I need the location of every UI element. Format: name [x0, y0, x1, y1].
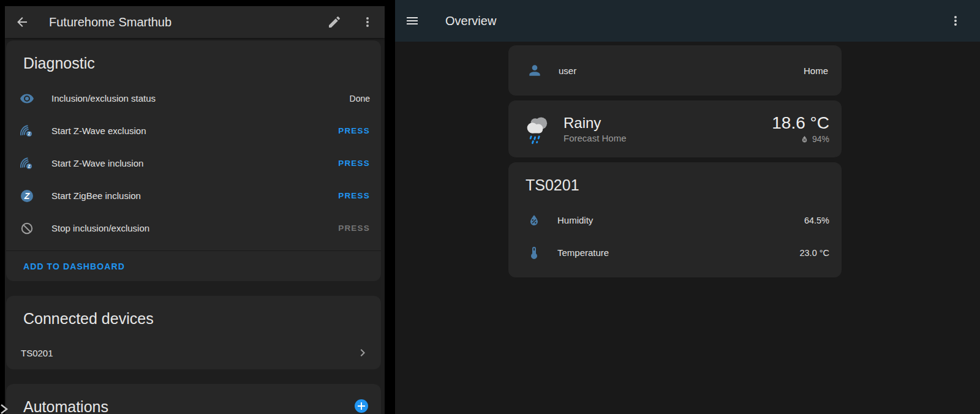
weather-temperature: 18.6 °C	[772, 114, 829, 132]
weather-entity-name: Forecast Home	[564, 133, 627, 143]
user-name: user	[559, 66, 576, 76]
overview-panel: Overview user Home	[395, 0, 980, 414]
connected-devices-title: Connected devices	[6, 296, 381, 337]
device-page-panel: Futurehome Smarthub Diagnostic Inclusion…	[5, 6, 385, 414]
page-title: Futurehome Smarthub	[49, 15, 172, 29]
row-label: Inclusion/exclusion status	[51, 93, 156, 104]
screen: Futurehome Smarthub Diagnostic Inclusion…	[0, 0, 980, 414]
temperature-row[interactable]: Temperature 23.0 °C	[508, 236, 842, 269]
user-state: Home	[804, 66, 828, 76]
row-value: 64.5%	[804, 216, 829, 225]
menu-icon[interactable]	[405, 13, 420, 28]
weather-humidity-row: 94%	[772, 134, 829, 144]
dashboard-title: Overview	[445, 14, 496, 28]
weather-values: 18.6 °C 94%	[772, 114, 829, 144]
connected-devices-card: Connected devices TS0201	[6, 296, 381, 369]
zigbee-icon: Z	[20, 189, 34, 203]
row-value: Done	[350, 94, 370, 104]
press-button-disabled: PRESS	[338, 224, 370, 233]
add-to-dashboard-button[interactable]: ADD TO DASHBOARD	[23, 262, 125, 271]
zwave-icon: Z	[20, 124, 34, 138]
row-label: Start Z-Wave inclusion	[51, 158, 143, 168]
row-label: Temperature	[557, 247, 609, 258]
automations-card: Automations	[6, 384, 381, 414]
sensor-card-title: TS0201	[508, 162, 842, 204]
sensor-card: TS0201 Humidity 64.5% Temperature 23.0 °…	[508, 162, 842, 277]
row-label: Start ZigBee inclusion	[51, 190, 141, 201]
overview-header: Overview	[395, 0, 980, 42]
dashboard-column: user Home	[508, 45, 842, 277]
thermometer-icon	[527, 246, 541, 260]
weather-condition: Rainy	[564, 115, 627, 131]
weather-rainy-icon	[522, 113, 554, 145]
corner-chevron-icon	[0, 403, 9, 414]
weather-text: Rainy Forecast Home	[564, 115, 627, 143]
device-name: TS0201	[21, 348, 53, 358]
row-value: 23.0 °C	[799, 248, 829, 258]
diagnostic-card-footer: ADD TO DASHBOARD	[6, 251, 381, 281]
row-zwave-inclusion[interactable]: Z Start Z-Wave inclusion PRESS	[6, 147, 381, 179]
eye-icon	[20, 91, 34, 106]
user-card[interactable]: user Home	[508, 45, 842, 96]
diagnostic-card: Diagnostic Inclusion/exclusion status Do…	[6, 40, 381, 281]
svg-text:Z: Z	[28, 164, 31, 168]
press-button[interactable]: PRESS	[338, 159, 370, 168]
diagnostic-card-title: Diagnostic	[6, 40, 381, 82]
row-label: Stop inclusion/exclusion	[51, 223, 149, 233]
chevron-right-icon	[355, 345, 370, 360]
row-inclusion-status[interactable]: Inclusion/exclusion status Done	[6, 82, 381, 115]
humidity-row[interactable]: Humidity 64.5%	[508, 204, 842, 236]
back-icon[interactable]	[15, 15, 29, 29]
overflow-menu-icon[interactable]	[948, 13, 963, 28]
connected-device-row[interactable]: TS0201	[6, 337, 381, 368]
edit-icon[interactable]	[327, 15, 342, 29]
row-label: Start Z-Wave exclusion	[51, 126, 146, 136]
automations-title: Automations	[6, 384, 381, 414]
overflow-menu-icon[interactable]	[360, 15, 375, 29]
svg-text:Z: Z	[28, 132, 31, 136]
device-page-content: Diagnostic Inclusion/exclusion status Do…	[5, 38, 385, 414]
device-page-header: Futurehome Smarthub	[5, 6, 385, 38]
row-zwave-exclusion[interactable]: Z Start Z-Wave exclusion PRESS	[6, 115, 381, 147]
stop-icon	[20, 221, 34, 236]
weather-humidity: 94%	[812, 134, 829, 144]
water-percent-icon	[800, 135, 809, 144]
add-automation-icon[interactable]	[354, 399, 369, 413]
weather-card[interactable]: Rainy Forecast Home 18.6 °C 94%	[508, 100, 842, 157]
zwave-icon: Z	[20, 156, 34, 171]
row-zigbee-inclusion[interactable]: Z Start ZigBee inclusion PRESS	[6, 179, 381, 212]
account-icon	[527, 62, 543, 78]
humidity-icon	[527, 213, 541, 228]
row-label: Humidity	[557, 215, 593, 225]
svg-text:Z: Z	[24, 191, 30, 201]
press-button[interactable]: PRESS	[338, 191, 370, 200]
press-button[interactable]: PRESS	[338, 126, 370, 135]
row-stop-inclusion[interactable]: Stop inclusion/exclusion PRESS	[6, 212, 381, 244]
